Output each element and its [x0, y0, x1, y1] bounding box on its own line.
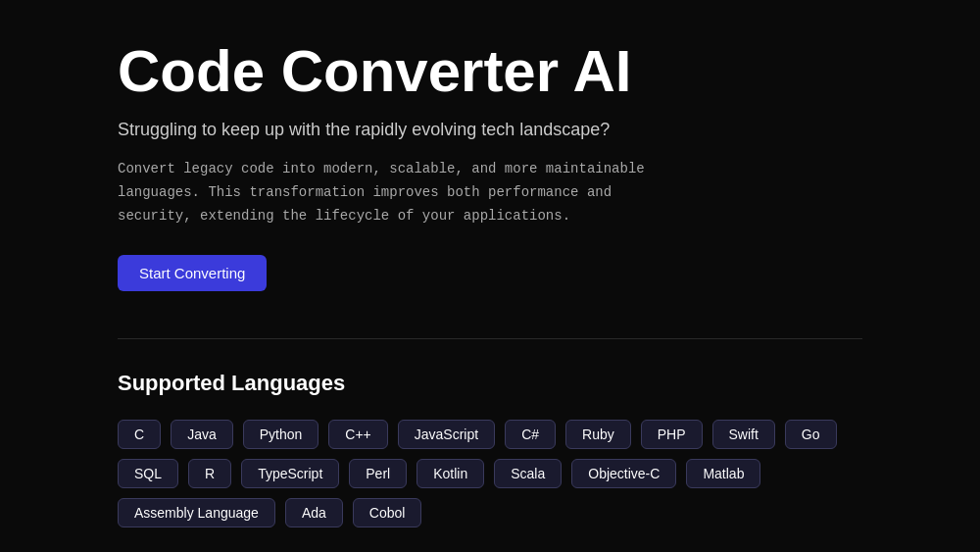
section-divider: [118, 338, 862, 339]
language-badge: Scala: [494, 459, 562, 488]
supported-languages-heading: Supported Languages: [118, 371, 862, 396]
language-badge: PHP: [641, 420, 703, 449]
language-badge: Perl: [349, 459, 407, 488]
language-badge: Kotlin: [416, 459, 484, 488]
page-title: Code Converter AI: [118, 39, 862, 104]
language-badge: C++: [328, 420, 387, 449]
language-badge: SQL: [118, 459, 178, 488]
language-badge: C: [118, 420, 161, 449]
language-badge: C#: [505, 420, 556, 449]
language-badge: Python: [243, 420, 319, 449]
language-badge: Matlab: [686, 459, 760, 488]
language-badge: Go: [785, 420, 837, 449]
page-subtitle: Struggling to keep up with the rapidly e…: [118, 120, 862, 140]
language-badge: R: [188, 459, 231, 488]
language-badge: Ada: [285, 498, 343, 527]
start-converting-button[interactable]: Start Converting: [118, 255, 267, 291]
page-description: Convert legacy code into modern, scalabl…: [118, 158, 686, 227]
language-badge: Swift: [712, 420, 775, 449]
language-badge: Objective-C: [571, 459, 676, 488]
languages-grid: CJavaPythonC++JavaScriptC#RubyPHPSwiftGo…: [118, 420, 862, 527]
language-badge: TypeScript: [241, 459, 339, 488]
language-badge: Assembly Language: [118, 498, 275, 527]
language-badge: Java: [171, 420, 233, 449]
language-badge: Cobol: [353, 498, 422, 527]
language-badge: Ruby: [565, 420, 631, 449]
language-badge: JavaScript: [398, 420, 495, 449]
page-container: Code Converter AI Struggling to keep up …: [0, 0, 980, 552]
